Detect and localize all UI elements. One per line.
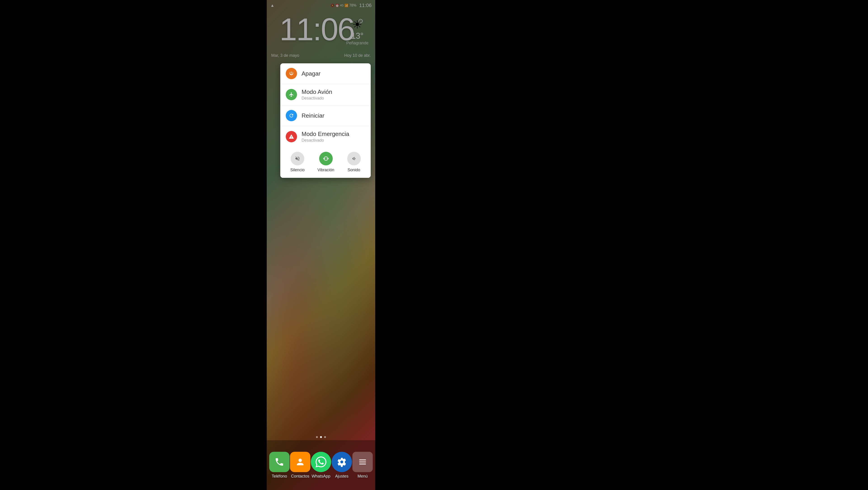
emergency-icon (286, 131, 297, 142)
dock-item-menu[interactable]: Menú (352, 452, 373, 479)
nav-dots (267, 436, 375, 438)
sound-btn-sonido[interactable]: Sonido (347, 152, 361, 172)
sound-mode-row: Silencio Vibración (280, 147, 371, 178)
modo-avion-title: Modo Avión (302, 88, 365, 95)
ajustes-label: Ajustes (335, 474, 348, 479)
telefono-icon (269, 452, 289, 472)
dock-item-whatsapp[interactable]: WhatsApp (311, 452, 331, 479)
contactos-label: Contactos (291, 474, 309, 479)
whatsapp-icon (311, 452, 331, 472)
sonido-circle (347, 152, 361, 165)
restart-icon (286, 110, 297, 121)
sonido-label: Sonido (348, 168, 360, 172)
ajustes-icon (332, 452, 352, 472)
dock-item-telefono[interactable]: Teléfono (269, 452, 289, 479)
reiniciar-text: Reiniciar (302, 112, 365, 119)
nav-dot-3 (324, 436, 326, 438)
modo-emergencia-text: Modo Emergencia Desactivado (302, 131, 365, 143)
silencio-label: Silencio (290, 168, 305, 172)
phone-screen-container: ▲ 🔕 ⏰ 4G 📶 78% 11:06 11:06 ⚙ ☀ 13° Peñag… (267, 0, 375, 490)
sound-btn-silencio[interactable]: Silencio (290, 152, 305, 172)
apagar-text: Apagar (302, 70, 365, 77)
menu-icon (352, 452, 373, 472)
menu-item-reiniciar[interactable]: Reiniciar (280, 106, 371, 126)
power-menu: Apagar Modo Avión Desactivado (280, 63, 371, 178)
power-icon (286, 68, 297, 79)
dock: Teléfono Contactos WhatsApp (267, 440, 375, 490)
vibracion-circle (319, 152, 333, 165)
menu-item-apagar[interactable]: Apagar (280, 63, 371, 84)
whatsapp-label: WhatsApp (311, 474, 330, 479)
nav-dot-2 (320, 436, 322, 438)
reiniciar-title: Reiniciar (302, 112, 365, 119)
modo-emergencia-title: Modo Emergencia (302, 131, 365, 138)
nav-dot-1 (316, 436, 318, 438)
airplane-icon (286, 89, 297, 100)
modo-avion-subtitle: Desactivado (302, 96, 365, 101)
menu-label: Menú (358, 474, 368, 479)
contactos-icon (290, 452, 310, 472)
left-black-panel (0, 0, 267, 490)
menu-item-modo-emergencia[interactable]: Modo Emergencia Desactivado (280, 126, 371, 147)
dock-item-ajustes[interactable]: Ajustes (332, 452, 352, 479)
menu-item-modo-avion[interactable]: Modo Avión Desactivado (280, 84, 371, 106)
modo-avion-text: Modo Avión Desactivado (302, 88, 365, 101)
modo-emergencia-subtitle: Desactivado (302, 138, 365, 143)
sound-btn-vibracion[interactable]: Vibración (317, 152, 334, 172)
dock-item-contactos[interactable]: Contactos (290, 452, 310, 479)
vibracion-label: Vibración (317, 168, 334, 172)
right-black-panel (601, 0, 868, 490)
silencio-circle (291, 152, 304, 165)
phone-screen: ▲ 🔕 ⏰ 4G 📶 78% 11:06 11:06 ⚙ ☀ 13° Peñag… (267, 0, 375, 490)
apagar-title: Apagar (302, 70, 365, 77)
telefono-label: Teléfono (272, 474, 287, 479)
